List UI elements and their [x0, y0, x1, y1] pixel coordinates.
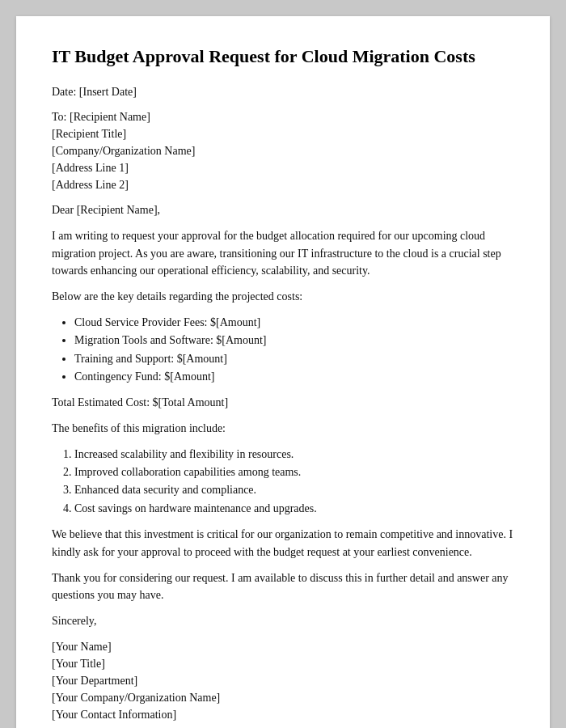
cost-item: Cloud Service Provider Fees: $[Amount] [74, 314, 514, 332]
salutation: Dear [Recipient Name], [52, 201, 514, 219]
benefits-list: Increased scalability and flexibility in… [74, 446, 514, 518]
signature-department: [Your Department] [52, 672, 514, 689]
cost-items-list: Cloud Service Provider Fees: $[Amount] M… [74, 314, 514, 387]
address-block: To: [Recipient Name] [Recipient Title] [… [52, 108, 514, 193]
closing-paragraph-1: We believe that this investment is criti… [52, 526, 514, 561]
closing-paragraph-2: Thank you for considering our request. I… [52, 569, 514, 604]
address-title: [Recipient Title] [52, 125, 514, 142]
benefit-item: Cost savings on hardware maintenance and… [74, 500, 514, 518]
benefits-intro: The benefits of this migration include: [52, 420, 514, 438]
cost-item: Migration Tools and Software: $[Amount] [74, 332, 514, 349]
address-line1: [Address Line 1] [52, 159, 514, 176]
costs-intro: Below are the key details regarding the … [52, 288, 514, 306]
document-title: IT Budget Approval Request for Cloud Mig… [52, 45, 514, 69]
address-line2: [Address Line 2] [52, 176, 514, 193]
total-line: Total Estimated Cost: $[Total Amount] [52, 394, 514, 412]
address-to: To: [Recipient Name] [52, 108, 514, 125]
benefit-item: Improved collaboration capabilities amon… [74, 463, 514, 481]
signature-contact: [Your Contact Information] [52, 706, 514, 723]
signature-company: [Your Company/Organization Name] [52, 689, 514, 706]
document-container: IT Budget Approval Request for Cloud Mig… [16, 16, 550, 728]
benefit-item: Enhanced data security and compliance. [74, 481, 514, 499]
intro-paragraph: I am writing to request your approval fo… [52, 227, 514, 280]
signature-block: [Your Name] [Your Title] [Your Departmen… [52, 638, 514, 723]
address-company: [Company/Organization Name] [52, 142, 514, 159]
cost-item: Contingency Fund: $[Amount] [74, 368, 514, 386]
signature-name: [Your Name] [52, 638, 514, 655]
sign-off: Sincerely, [52, 612, 514, 630]
benefit-item: Increased scalability and flexibility in… [74, 446, 514, 463]
date-line: Date: [Insert Date] [52, 83, 514, 101]
cost-item: Training and Support: $[Amount] [74, 350, 514, 368]
signature-title: [Your Title] [52, 655, 514, 672]
